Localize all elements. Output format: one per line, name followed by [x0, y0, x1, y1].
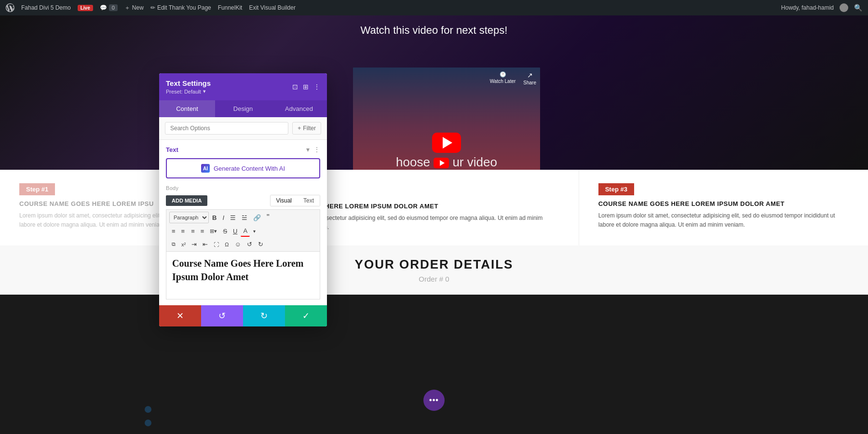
emoji-button[interactable]: ☺: [232, 239, 243, 249]
more-icon: ⋮: [313, 83, 320, 91]
wp-logo-icon[interactable]: [6, 3, 14, 12]
panel-tabs: Content Design Advanced: [159, 100, 327, 117]
align-left-button[interactable]: ≡: [169, 226, 178, 237]
section-more-button[interactable]: ⋮: [313, 146, 320, 153]
video-caption: hoose ur video: [396, 155, 497, 170]
edit-handle-bottom[interactable]: [145, 420, 151, 426]
visual-tab[interactable]: Visual: [271, 195, 298, 206]
dots-icon: •••: [429, 396, 439, 405]
outdent-button[interactable]: ⇤: [200, 239, 210, 249]
undo-icon: ↺: [218, 311, 226, 321]
clock-icon: 🕐: [500, 71, 506, 78]
indent-button[interactable]: ⇥: [189, 239, 199, 249]
redo-editor-button[interactable]: ↻: [256, 239, 266, 249]
comment-count: 0: [109, 4, 118, 11]
hero-watch-text: Watch this video for next steps!: [361, 24, 508, 37]
floating-dots-button[interactable]: •••: [423, 390, 445, 411]
copy-format-button[interactable]: ⧉: [169, 239, 178, 249]
order-section: YOUR ORDER DETAILS Order # 0: [0, 245, 868, 295]
add-media-button[interactable]: ADD MEDIA: [166, 195, 207, 206]
editor-content-area[interactable]: Course Name Goes Here Lorem Ipsum Dolor …: [166, 251, 320, 299]
body-label: Body: [166, 185, 320, 191]
save-button[interactable]: ✓: [285, 305, 327, 326]
text-color-dropdown[interactable]: ▾: [251, 226, 258, 237]
admin-bar: Fahad Divi 5 Demo Live 💬 0 ＋ New ✏ Edit …: [0, 0, 868, 15]
text-color-button[interactable]: A: [241, 226, 250, 237]
filter-button[interactable]: + Filter: [292, 122, 321, 135]
table-button[interactable]: ⊞▾: [207, 226, 219, 237]
underline-button[interactable]: U: [231, 226, 240, 237]
order-subtitle: Order # 0: [12, 275, 856, 283]
exit-builder-link[interactable]: Exit Visual Builder: [249, 4, 296, 11]
paragraph-select[interactable]: Paragraph: [169, 212, 209, 223]
hero-section: Watch this video for next steps! 🕐 Watch…: [0, 15, 868, 170]
share-icon: ↗: [527, 71, 533, 79]
order-title: YOUR ORDER DETAILS: [12, 257, 856, 272]
ellipsis-icon: ⋮: [313, 146, 320, 153]
undo-button[interactable]: ↺: [201, 305, 243, 326]
superscript-button[interactable]: x²: [179, 239, 188, 249]
panel-body: Text ▾ ⋮ AI Generate Content With AI: [159, 140, 327, 305]
edit-page-link[interactable]: ✏ Edit Thank You Page: [150, 4, 211, 11]
align-justify-button[interactable]: ≡: [198, 226, 207, 237]
plus-icon: ＋: [124, 4, 130, 12]
section-actions: ▾ ⋮: [306, 146, 320, 153]
panel-actions: ⊡ ⊞ ⋮: [292, 83, 320, 91]
fullscreen-button[interactable]: ⛶: [211, 239, 221, 249]
new-button[interactable]: ＋ New: [124, 4, 144, 12]
tab-advanced[interactable]: Advanced: [271, 100, 327, 117]
plus-icon: +: [298, 125, 301, 132]
site-name[interactable]: Fahad Divi 5 Demo: [21, 4, 71, 11]
chevron-down-icon: ▾: [203, 88, 206, 95]
text-settings-panel: Text Settings Preset: Default ▾ ⊡ ⊞ ⋮: [159, 73, 327, 326]
step-2-title: OES HERE LOREM IPSUM DOLOR AMET: [309, 203, 559, 210]
step-3-badge: Step #3: [598, 183, 634, 195]
admin-avatar[interactable]: [840, 3, 848, 12]
chevron-up-icon: ▾: [306, 146, 310, 153]
panel-preset[interactable]: Preset: Default ▾: [166, 88, 211, 95]
link-button[interactable]: 🔗: [251, 212, 263, 223]
ordered-list-button[interactable]: ☱: [239, 212, 250, 223]
visual-text-tabs: Visual Text: [270, 195, 320, 206]
watch-later-button[interactable]: 🕐 Watch Later: [490, 71, 516, 85]
align-center-button[interactable]: ≡: [179, 226, 188, 237]
cancel-icon: ✕: [176, 311, 184, 321]
panel-more-button[interactable]: ⋮: [313, 83, 320, 91]
minimize-icon: ⊡: [292, 83, 298, 91]
section-collapse-button[interactable]: ▾: [306, 146, 310, 153]
tab-content[interactable]: Content: [159, 100, 215, 117]
blockquote-button[interactable]: ": [264, 212, 272, 223]
undo-editor-button[interactable]: ↺: [244, 239, 255, 249]
edit-handle-top[interactable]: [145, 406, 151, 413]
steps-section: Step #1 COURSE NAME GOES HERE LOREM IPSU…: [0, 170, 868, 245]
funnelkit-link[interactable]: FunnelKit: [218, 4, 243, 11]
tab-design[interactable]: Design: [215, 100, 271, 117]
text-tab[interactable]: Text: [298, 195, 320, 206]
youtube-play-button[interactable]: [432, 133, 461, 153]
redo-icon: ↻: [260, 311, 268, 321]
comments-link[interactable]: 💬 0: [100, 4, 118, 11]
bold-button[interactable]: B: [210, 212, 219, 223]
step-3-title: COURSE NAME GOES HERE LOREM IPSUM DOLOR …: [598, 200, 849, 207]
expand-icon: ⊞: [303, 83, 309, 91]
panel-header: Text Settings Preset: Default ▾ ⊡ ⊞ ⋮: [159, 73, 327, 100]
panel-minimize-button[interactable]: ⊡: [292, 83, 298, 91]
search-icon[interactable]: 🔍: [854, 4, 862, 12]
strikethrough-button[interactable]: S: [220, 226, 230, 237]
generate-ai-button[interactable]: AI Generate Content With AI: [166, 158, 320, 178]
panel-expand-button[interactable]: ⊞: [303, 83, 309, 91]
cancel-button[interactable]: ✕: [159, 305, 201, 326]
panel-footer: ✕ ↺ ↻ ✓: [159, 305, 327, 326]
editor-text: Course Name Goes Here Lorem Ipsum Dolor …: [172, 257, 314, 284]
edit-icon: ✏: [150, 4, 155, 11]
video-controls: 🕐 Watch Later ↗ Share: [490, 71, 536, 85]
share-button[interactable]: ↗ Share: [523, 71, 536, 85]
italic-button[interactable]: I: [220, 212, 227, 223]
special-chars-button[interactable]: Ω: [222, 239, 231, 249]
video-embed[interactable]: 🕐 Watch Later ↗ Share hoose: [353, 68, 540, 170]
redo-button[interactable]: ↻: [243, 305, 285, 326]
search-options-input[interactable]: [165, 122, 288, 135]
unordered-list-button[interactable]: ☰: [228, 212, 238, 223]
align-right-button[interactable]: ≡: [189, 226, 197, 237]
panel-title: Text Settings: [166, 79, 211, 87]
